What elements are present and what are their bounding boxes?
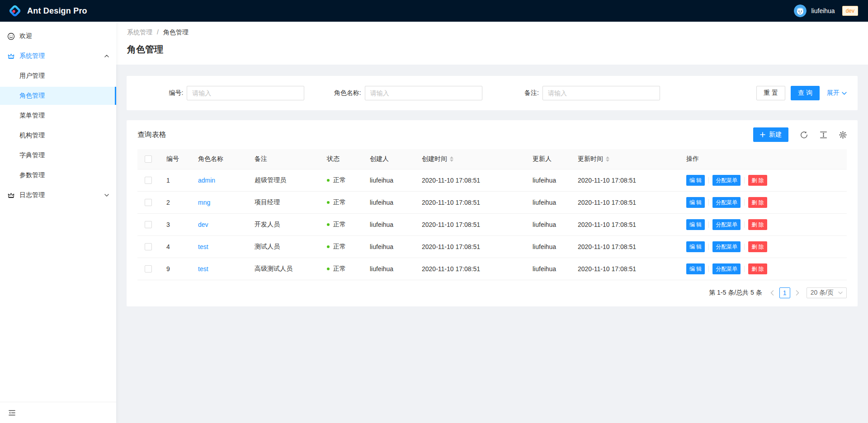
column-header-updated-at[interactable]: 更新时间 [571, 149, 679, 169]
cell-creator: liufeihua [363, 169, 415, 191]
query-button[interactable]: 查 询 [791, 86, 820, 100]
role-name-link[interactable]: mng [198, 199, 210, 206]
assign-menu-button[interactable]: 分配菜单 [712, 241, 741, 252]
cell-updated-at: 2020-11-10 17:08:51 [571, 258, 679, 280]
table-row: 2 mng 项目经理 正常 liufeihua 2020-11-10 17:08… [137, 191, 847, 213]
search-field-remark-input[interactable] [542, 86, 660, 100]
app-root: Ant Design Pro liufeihua dev [0, 0, 868, 423]
table-title: 查询表格 [137, 130, 166, 140]
pagination-next-button[interactable] [792, 287, 803, 298]
column-header-created-at[interactable]: 创建时间 [415, 149, 525, 169]
column-header-label: 创建时间 [422, 155, 447, 163]
breadcrumb-parent[interactable]: 系统管理 [127, 28, 152, 36]
sort-carets-icon[interactable] [606, 156, 609, 162]
cell-updated-at: 2020-11-10 17:08:51 [571, 213, 679, 235]
assign-menu-button[interactable]: 分配菜单 [712, 263, 741, 274]
row-checkbox[interactable] [145, 177, 152, 184]
assign-menu-button[interactable]: 分配菜单 [712, 197, 741, 208]
row-checkbox[interactable] [145, 221, 152, 228]
delete-button[interactable]: 删 除 [748, 263, 767, 274]
sidebar-item-label: 系统管理 [19, 52, 45, 60]
column-header-status[interactable]: 状态 [320, 149, 363, 169]
user-avatar[interactable] [794, 5, 807, 17]
cell-remark: 高级测试人员 [247, 258, 320, 280]
expand-toggle[interactable]: 展开 [827, 89, 847, 97]
sidebar-item-param-management[interactable]: 参数管理 [0, 166, 116, 184]
column-header-id[interactable]: 编号 [159, 149, 191, 169]
column-header-actions: 操作 [679, 149, 847, 169]
row-checkbox[interactable] [145, 243, 152, 250]
column-header-updater[interactable]: 更新人 [525, 149, 571, 169]
sidebar-item-org-management[interactable]: 机构管理 [0, 127, 116, 145]
role-name-link[interactable]: test [198, 243, 208, 250]
sidebar-item-dict-management[interactable]: 字典管理 [0, 146, 116, 164]
sidebar-item-label: 欢迎 [19, 32, 32, 40]
row-checkbox[interactable] [145, 199, 152, 206]
reset-button[interactable]: 重 置 [756, 86, 785, 100]
reload-icon[interactable] [800, 131, 808, 139]
edit-button[interactable]: 编 辑 [686, 241, 705, 252]
assign-menu-button[interactable]: 分配菜单 [712, 219, 741, 230]
sidebar-item-label: 机构管理 [19, 132, 45, 140]
crown-icon [7, 52, 15, 60]
sidebar-item-log-management[interactable]: 日志管理 [0, 186, 116, 204]
breadcrumb: 系统管理 / 角色管理 [127, 28, 857, 37]
sidebar-item-role-management[interactable]: 角色管理 [0, 87, 116, 105]
column-header-remark[interactable]: 备注 [247, 149, 320, 169]
table-header-row: 编号 角色名称 备注 状态 创建人 创建时间 [137, 149, 847, 169]
action-divider [708, 221, 709, 228]
edit-button[interactable]: 编 辑 [686, 197, 705, 208]
delete-button[interactable]: 删 除 [748, 241, 767, 252]
new-button[interactable]: 新建 [753, 127, 788, 142]
select-all-checkbox[interactable] [145, 155, 152, 163]
table-row: 4 test 测试人员 正常 liufeihua 2020-11-10 17:0… [137, 235, 847, 258]
edit-button[interactable]: 编 辑 [686, 175, 705, 186]
cell-updater: liufeihua [525, 191, 571, 213]
column-header-role-name[interactable]: 角色名称 [191, 149, 247, 169]
pagination-prev-button[interactable] [767, 287, 778, 298]
cell-remark: 超级管理员 [247, 169, 320, 191]
role-name-link[interactable]: dev [198, 221, 208, 228]
sidebar-item-user-management[interactable]: 用户管理 [0, 67, 116, 85]
action-divider [708, 266, 709, 272]
pagination-page-1[interactable]: 1 [779, 287, 790, 298]
search-field-role-name-label: 角色名称: [334, 89, 361, 97]
table-wrapper: 编号 角色名称 备注 状态 创建人 创建时间 [127, 149, 858, 280]
role-name-link[interactable]: admin [198, 177, 215, 184]
cell-id: 4 [159, 235, 191, 258]
edit-button[interactable]: 编 辑 [686, 219, 705, 230]
density-icon[interactable] [820, 131, 827, 139]
sidebar: 欢迎 系统管理 用户管理 角色管理 菜单管理 [0, 22, 116, 423]
status-dot [327, 268, 330, 270]
search-field-role-name-input[interactable] [365, 86, 482, 100]
action-divider [708, 199, 709, 206]
settings-gear-icon[interactable] [839, 131, 847, 139]
search-field-id-input[interactable] [187, 86, 304, 100]
cell-id: 2 [159, 191, 191, 213]
sidebar-item-label: 参数管理 [19, 171, 45, 179]
delete-button[interactable]: 删 除 [748, 197, 767, 208]
role-name-link[interactable]: test [198, 265, 208, 273]
cell-created-at: 2020-11-10 17:08:51 [415, 191, 525, 213]
search-field-remark-label: 备注: [524, 89, 539, 97]
page-size-select[interactable]: 20 条/页 [807, 287, 847, 298]
smile-icon [7, 33, 15, 40]
sort-carets-icon[interactable] [450, 156, 453, 162]
delete-button[interactable]: 删 除 [748, 175, 767, 186]
cell-updater: liufeihua [525, 235, 571, 258]
sidebar-item-label: 日志管理 [19, 191, 45, 199]
delete-button[interactable]: 删 除 [748, 219, 767, 230]
sidebar-item-system-management[interactable]: 系统管理 [0, 47, 116, 65]
edit-button[interactable]: 编 辑 [686, 263, 705, 274]
username[interactable]: liufeihua [811, 7, 835, 14]
logo[interactable]: Ant Design Pro [8, 4, 87, 18]
sidebar-item-menu-management[interactable]: 菜单管理 [0, 107, 116, 125]
row-checkbox[interactable] [145, 265, 152, 273]
status-text: 正常 [333, 265, 346, 273]
column-header-creator[interactable]: 创建人 [363, 149, 415, 169]
chevron-down-icon [842, 92, 847, 95]
table-row: 3 dev 开发人员 正常 liufeihua 2020-11-10 17:08… [137, 213, 847, 235]
sidebar-item-welcome[interactable]: 欢迎 [0, 27, 116, 45]
menu-fold-icon[interactable] [8, 409, 16, 417]
assign-menu-button[interactable]: 分配菜单 [712, 175, 741, 186]
